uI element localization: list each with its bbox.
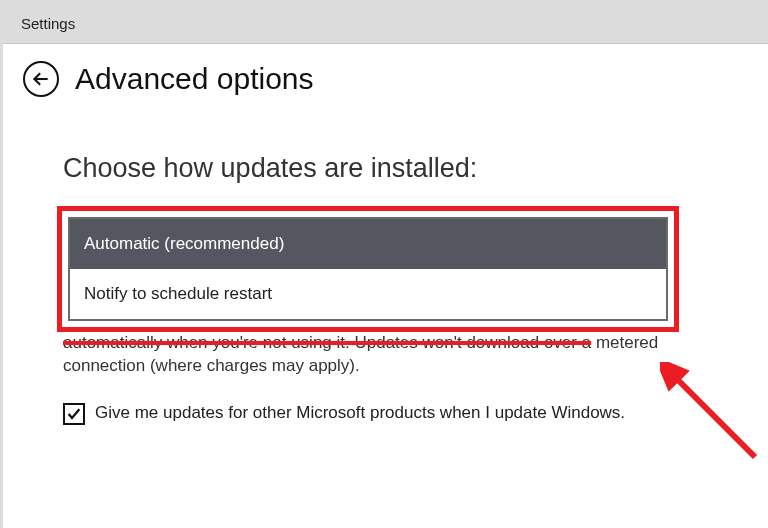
dropdown-option-automatic[interactable]: Automatic (recommended) xyxy=(70,219,666,269)
annotation-highlight-box: Automatic (recommended) Notify to schedu… xyxy=(57,206,679,332)
other-products-checkbox-label: Give me updates for other Microsoft prod… xyxy=(95,402,625,425)
other-products-checkbox[interactable] xyxy=(63,403,85,425)
titlebar-label: Settings xyxy=(21,15,75,32)
section-heading: Choose how updates are installed: xyxy=(63,153,708,184)
install-mode-dropdown[interactable]: Automatic (recommended) Notify to schedu… xyxy=(68,217,668,321)
page-title: Advanced options xyxy=(75,62,314,96)
back-button[interactable] xyxy=(23,61,59,97)
titlebar: Settings xyxy=(3,3,768,44)
content-area: Choose how updates are installed: Automa… xyxy=(3,117,768,425)
arrow-left-icon xyxy=(31,69,51,89)
dropdown-option-notify[interactable]: Notify to schedule restart xyxy=(70,269,666,319)
header: Advanced options xyxy=(3,44,768,117)
description-text: automatically when you're not using it. … xyxy=(63,332,673,378)
checkmark-icon xyxy=(66,406,82,422)
description-line-obscured: automatically when you're not using it. … xyxy=(63,333,591,352)
other-products-checkbox-row: Give me updates for other Microsoft prod… xyxy=(63,402,633,425)
